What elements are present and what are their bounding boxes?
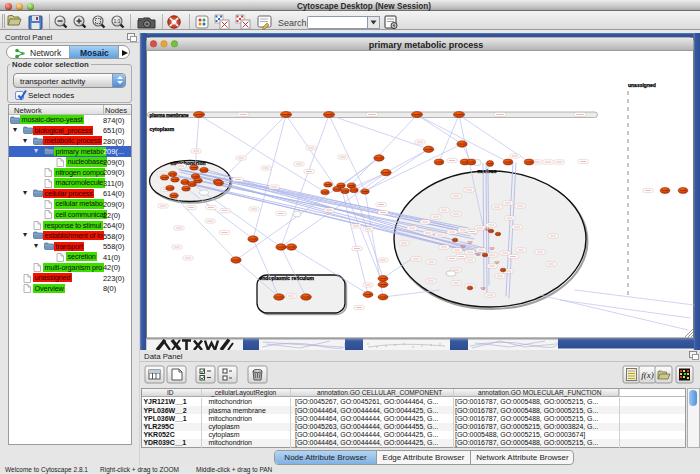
svg-text:primary metabolic process: primary metabolic process — [369, 40, 484, 50]
svg-text:endoplasmic reticulum: endoplasmic reticulum — [260, 275, 315, 281]
svg-text:unassigned: unassigned — [628, 82, 656, 88]
svg-text:f(x): f(x) — [641, 370, 654, 380]
svg-text:nucleus: nucleus — [478, 168, 497, 174]
svg-text:Search:: Search: — [278, 18, 309, 28]
svg-text:plasma membrane: plasma membrane — [150, 113, 189, 118]
svg-text:cytoplasm: cytoplasm — [150, 126, 175, 132]
svg-text:mitochondrion: mitochondrion — [171, 160, 206, 166]
